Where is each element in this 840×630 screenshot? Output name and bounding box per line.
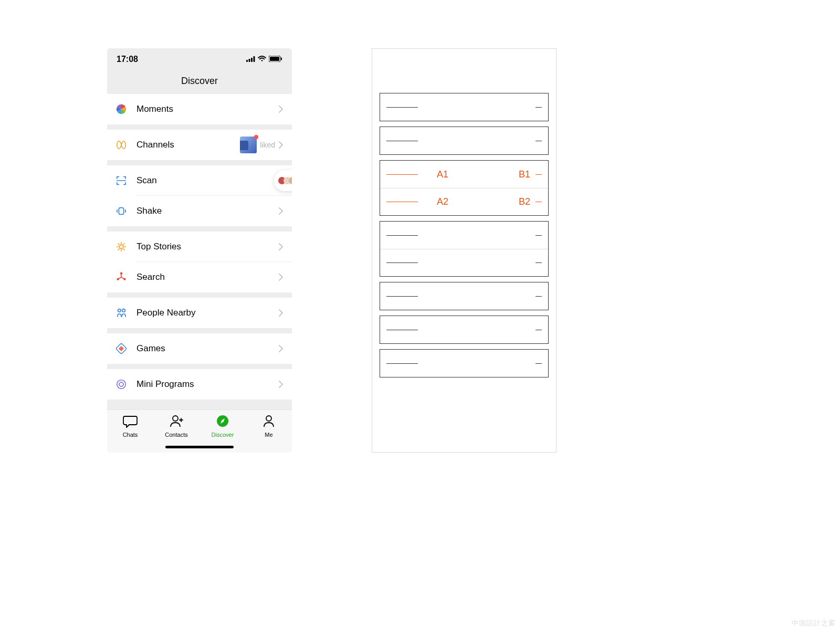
wire-chevron-placeholder (536, 174, 542, 175)
tab-chats[interactable]: Chats (107, 410, 153, 453)
list-group-scan-shake: Scan Shake (107, 165, 292, 226)
home-indicator (165, 446, 234, 448)
wire-group-6 (380, 316, 549, 344)
status-time: 17:08 (117, 55, 138, 64)
list-group-stories-search: Top Stories Search (107, 232, 292, 292)
list-group-nearby: People Nearby (107, 298, 292, 328)
wire-chevron-placeholder (536, 330, 542, 330)
people-nearby-icon (116, 307, 127, 319)
chevron-right-icon (278, 380, 284, 388)
contacts-icon (169, 414, 184, 430)
scan-icon (116, 175, 127, 186)
wire-label-placeholder (386, 330, 418, 330)
top-stories-icon (116, 241, 127, 253)
wire-label-placeholder (386, 235, 418, 236)
wire-group-5 (380, 282, 549, 310)
svg-point-12 (118, 309, 121, 312)
phone-screenshot: 17:08 Discover Moments (107, 48, 292, 453)
chevron-right-icon (278, 309, 284, 317)
wire-group-1 (380, 93, 549, 121)
cell-label: Top Stories (136, 242, 278, 252)
section-gap (107, 328, 292, 333)
discover-icon (215, 414, 230, 430)
svg-rect-1 (249, 59, 250, 62)
cell-label: Scan (136, 175, 284, 186)
cell-people-nearby[interactable]: People Nearby (107, 298, 292, 328)
cell-mini-programs[interactable]: Mini Programs (107, 369, 292, 400)
wire-cell (380, 127, 548, 154)
tab-me[interactable]: Me (246, 410, 292, 453)
cell-games[interactable]: Games (107, 333, 292, 364)
chevron-right-icon (278, 207, 284, 215)
cell-search[interactable]: Search (107, 262, 292, 292)
list-group-channels: Channels liked (107, 130, 292, 160)
tab-bar: Chats Contacts Discover Me (107, 410, 292, 453)
svg-rect-5 (270, 57, 279, 61)
nav-bar: Discover (107, 70, 292, 94)
wire-chevron-placeholder (536, 107, 542, 108)
svg-rect-7 (119, 208, 123, 215)
svg-point-8 (119, 245, 123, 248)
wire-label-placeholder (386, 262, 418, 263)
channels-liked-label: liked (260, 141, 275, 149)
tab-label: Discover (212, 432, 234, 438)
wire-label-placeholder (386, 296, 418, 297)
wire-cell (380, 316, 548, 343)
wire-label-placeholder (386, 107, 418, 108)
chevron-right-icon (278, 105, 284, 113)
wireframe-header-gap (372, 49, 556, 93)
cell-label: Moments (136, 104, 278, 114)
wire-group-7 (380, 349, 549, 377)
tab-label: Contacts (165, 432, 187, 438)
cell-moments[interactable]: Moments (107, 94, 292, 124)
watermark: 中国設計之窗 (792, 618, 836, 628)
battery-icon (269, 55, 282, 64)
wire-cell (380, 350, 548, 377)
svg-point-16 (117, 380, 126, 389)
svg-rect-15 (119, 346, 124, 351)
cell-label: Games (136, 343, 278, 354)
chevron-right-icon (278, 141, 284, 149)
annotation-b1: B1 (519, 169, 530, 180)
svg-point-11 (124, 278, 125, 280)
svg-point-10 (117, 278, 119, 280)
wire-cell (380, 222, 548, 249)
tab-label: Me (265, 432, 272, 438)
cell-label: Shake (136, 206, 278, 216)
me-icon (261, 414, 276, 430)
wire-cell: A1 B1 (380, 161, 548, 188)
chevron-right-icon (278, 273, 284, 281)
list-group-mini-programs: Mini Programs (107, 369, 292, 400)
cell-scan[interactable]: Scan (107, 165, 292, 196)
list-group-games: Games (107, 333, 292, 364)
status-icons (246, 55, 282, 64)
list-group-moments: Moments (107, 94, 292, 124)
wire-chevron-placeholder (536, 296, 542, 297)
svg-rect-0 (246, 60, 248, 62)
status-bar: 17:08 (107, 48, 292, 70)
wire-cell (380, 282, 548, 310)
svg-point-17 (173, 416, 178, 421)
tab-label: Chats (123, 432, 138, 438)
cell-top-stories[interactable]: Top Stories (107, 232, 292, 262)
wire-chevron-placeholder (536, 363, 542, 364)
chevron-right-icon (278, 243, 284, 251)
section-gap (107, 124, 292, 130)
svg-rect-3 (254, 56, 255, 62)
section-gap (107, 292, 292, 298)
games-icon (116, 343, 127, 354)
notification-dot (254, 135, 258, 139)
cell-label: Search (136, 272, 278, 282)
cell-shake[interactable]: Shake (107, 196, 292, 226)
wire-group-4 (380, 221, 549, 277)
search-icon (116, 271, 127, 283)
channels-extra: liked (240, 136, 284, 153)
wire-label-placeholder (386, 141, 418, 141)
wire-cell: A2 B2 (380, 188, 548, 215)
wire-chevron-placeholder (536, 202, 542, 202)
channels-thumbnail (240, 136, 257, 153)
channels-icon (116, 139, 127, 151)
cell-channels[interactable]: Channels liked (107, 130, 292, 160)
svg-rect-6 (281, 58, 282, 60)
scan-avatars-bubble (274, 170, 292, 191)
